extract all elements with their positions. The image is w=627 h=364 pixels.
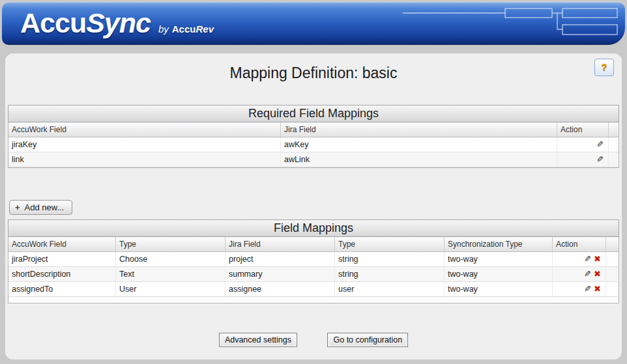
delete-x-icon[interactable]: ✖ — [594, 282, 601, 296]
row-spacer — [609, 137, 619, 152]
edit-pencil-icon[interactable]: ✎ — [596, 137, 604, 152]
action-cell: ✎ — [557, 137, 609, 152]
accuwork-type-value: Text — [116, 267, 226, 281]
app-banner: AccuSync by AccuRev — [2, 2, 625, 45]
accuwork-field-value: jiraProject — [8, 252, 116, 266]
table-row: shortDescription Text summary string two… — [8, 267, 619, 282]
column-header-sync-type: Synchronization Type — [445, 237, 553, 251]
edit-pencil-icon[interactable]: ✎ — [584, 252, 591, 266]
jira-field-value: project — [226, 252, 335, 266]
logo-accurev-accu-text: Accu — [172, 23, 196, 35]
required-table-title: Required Field Mappings — [8, 105, 619, 122]
footer-button-bar: Advanced settings Go to configuration — [5, 333, 622, 347]
logo-by-text: by — [158, 23, 169, 35]
action-cell: ✎✖ — [553, 282, 606, 296]
page-title: Mapping Definition: basic — [5, 53, 622, 82]
go-to-configuration-button[interactable]: Go to configuration — [327, 333, 408, 347]
column-header-accuwork-field: AccuWork Field — [8, 122, 281, 137]
table-bottom-padding — [8, 297, 619, 303]
edit-pencil-icon[interactable]: ✎ — [596, 152, 604, 167]
jira-field-value: summary — [226, 267, 335, 281]
flowchart-decoration — [401, 7, 620, 40]
sync-type-value: two-way — [445, 252, 553, 266]
accuwork-field-value: assignedTo — [8, 282, 116, 296]
jira-field-value: assignee — [226, 282, 335, 296]
table-row: jiraKey awKey ✎ — [8, 137, 619, 152]
field-mappings-table: Field Mappings AccuWork Field Type Jira … — [8, 219, 619, 303]
logo-sync-text: Sync — [86, 7, 151, 39]
jira-field-value: awLink — [281, 152, 557, 167]
jira-type-value: string — [335, 267, 445, 281]
edit-pencil-icon[interactable]: ✎ — [584, 267, 591, 281]
delete-x-icon[interactable]: ✖ — [594, 252, 601, 266]
field-table-title: Field Mappings — [8, 219, 619, 237]
table-row: link awLink ✎ — [8, 152, 619, 167]
required-table-header-row: AccuWork Field Jira Field Action — [8, 122, 619, 137]
logo-accu-text: Accu — [20, 7, 86, 39]
row-spacer — [606, 252, 619, 266]
content-panel: Mapping Definition: basic ? Required Fie… — [5, 53, 622, 359]
edit-pencil-icon[interactable]: ✎ — [584, 282, 591, 296]
advanced-settings-button[interactable]: Advanced settings — [219, 333, 297, 347]
field-table-header-row: AccuWork Field Type Jira Field Type Sync… — [8, 237, 619, 252]
jira-type-value: string — [335, 252, 445, 266]
help-button[interactable]: ? — [594, 59, 614, 76]
accuwork-type-value: User — [116, 282, 226, 296]
required-field-mappings-table: Required Field Mappings AccuWork Field J… — [8, 105, 619, 168]
column-header-accuwork-type: Type — [116, 237, 226, 251]
jira-field-value: awKey — [281, 137, 557, 152]
column-header-action: Action — [553, 237, 606, 251]
row-spacer — [609, 152, 619, 167]
accusync-logo: AccuSync by AccuRev — [20, 7, 214, 39]
column-header-jira-field: Jira Field — [226, 237, 335, 251]
action-cell: ✎ — [557, 152, 609, 167]
sync-type-value: two-way — [445, 282, 553, 296]
accuwork-field-value: shortDescription — [8, 267, 116, 281]
column-header-jira-type: Type — [335, 237, 445, 251]
logo-accurev-rev-text: Rev — [196, 23, 214, 35]
question-icon: ? — [601, 61, 607, 72]
add-new-button[interactable]: +Add new... — [9, 200, 72, 215]
column-header-spacer — [609, 122, 619, 137]
sync-type-value: two-way — [445, 267, 553, 281]
delete-x-icon[interactable]: ✖ — [594, 267, 601, 281]
column-header-action: Action — [557, 122, 609, 137]
plus-icon: + — [15, 203, 20, 212]
row-spacer — [606, 282, 619, 296]
table-row: jiraProject Choose project string two-wa… — [8, 252, 619, 267]
accuwork-field-value: jiraKey — [8, 137, 281, 152]
action-cell: ✎✖ — [553, 252, 606, 266]
jira-type-value: user — [335, 282, 445, 296]
accuwork-type-value: Choose — [116, 252, 226, 266]
action-cell: ✎✖ — [553, 267, 606, 281]
column-header-spacer — [606, 237, 619, 251]
column-header-jira-field: Jira Field — [281, 122, 557, 137]
row-spacer — [606, 267, 619, 281]
table-row: assignedTo User assignee user two-way ✎✖ — [8, 282, 619, 297]
accuwork-field-value: link — [8, 152, 281, 167]
add-new-button-label: Add new... — [25, 203, 65, 212]
column-header-accuwork-field: AccuWork Field — [8, 237, 116, 251]
